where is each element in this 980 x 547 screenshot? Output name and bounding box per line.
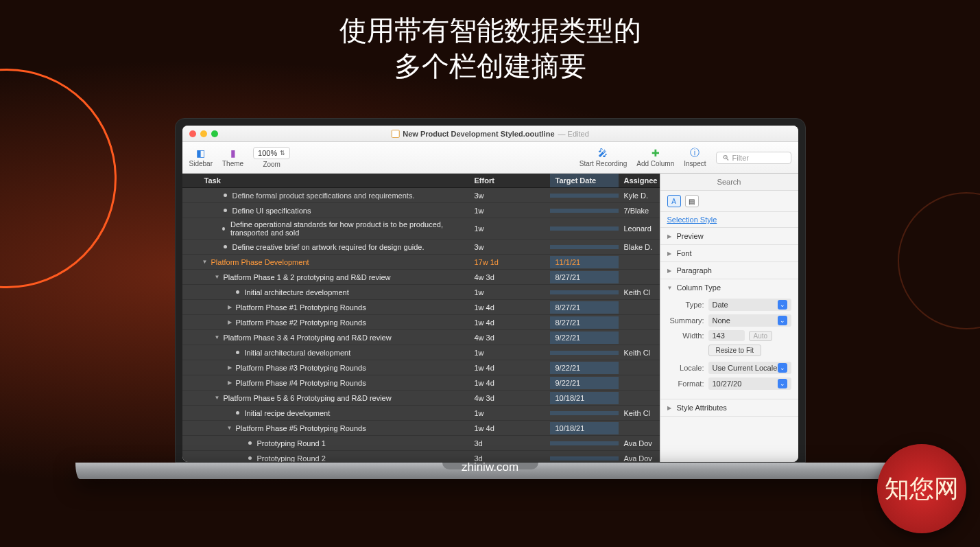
chevron-right-icon[interactable]: ▶ [226,380,233,386]
plus-icon: ✚ [649,148,662,159]
summary-select[interactable]: None⌄ [708,314,791,327]
info-icon: ⓘ [689,148,701,159]
outline-view[interactable]: Task Effort Target Date Assignee Define … [182,174,660,462]
outline-row[interactable]: Initial architectural development1wKeith… [182,345,660,360]
type-select[interactable]: Date⌄ [708,299,791,311]
selection-style-link[interactable]: Selection Style [660,212,798,228]
theme-label: Theme [222,160,243,167]
target-date-cell [550,226,619,231]
chevron-right-icon: ▶ [667,268,673,274]
inspect-button[interactable]: ⓘ Inspect [684,148,706,167]
task-text: Initial architectural development [245,349,351,357]
effort-cell: 1w [469,205,550,217]
section-paragraph[interactable]: ▶Paragraph [660,262,798,279]
effort-cell: 4w 3d [469,271,550,283]
outline-row[interactable]: Initial architecture development1wKeith … [182,285,660,300]
assignee-cell [619,336,660,340]
chevron-right-icon: ▶ [667,233,673,240]
outline-row[interactable]: Define UI specifications1w7/Blake [182,203,660,218]
outline-row[interactable]: Define creative brief on artwork require… [182,240,660,255]
task-text: Prototyping Round 1 [257,439,326,447]
inspector-tab-document[interactable]: ▤ [685,195,699,207]
outline-row[interactable]: Prototyping Round 23dAva Dov [182,451,660,462]
target-date-cell: 8/27/21 [550,271,619,283]
task-text: Platform Phase 3 & 4 Prototyping and R&D… [224,334,392,342]
zoom-button[interactable] [211,130,218,137]
chevron-updown-icon: ⌄ [778,300,787,310]
section-column-type[interactable]: ▼Column Type [660,279,798,296]
bullet-icon [224,209,227,212]
outline-row[interactable]: ▼Platform Phase #5 Prototyping Rounds1w … [182,421,660,436]
target-date-cell: 8/27/21 [550,316,619,329]
target-date-cell [550,290,619,294]
sidebar-button[interactable]: ◧ Sidebar [189,148,213,167]
resize-to-fit-button[interactable]: Resize to Fit [708,345,762,356]
outline-row[interactable]: ▶Platform Phase #2 Prototyping Rounds1w … [182,315,660,330]
zoom-control[interactable]: 100% ⇅ Zoom [253,147,290,168]
section-style-attributes[interactable]: ▶Style Attributes [660,399,798,416]
effort-cell: 1w 4d [469,422,550,434]
effort-cell: 17w 1d [469,256,550,268]
inspector-panel: Search A ▤ Selection Style ▶Preview ▶Fon… [660,174,798,462]
inspector-tab-style[interactable]: A [667,195,681,207]
chevron-right-icon[interactable]: ▶ [226,304,233,310]
zoom-label: Zoom [263,161,280,168]
header-effort[interactable]: Effort [469,174,550,187]
outline-row[interactable]: ▼Platform Phase 5 & 6 Prototyping and R&… [182,391,660,406]
chevron-down-icon[interactable]: ▼ [202,259,208,265]
header-task[interactable]: Task [182,174,469,187]
outline-row[interactable]: ▶Platform Phase #4 Prototyping Rounds1w … [182,375,660,391]
filter-input[interactable]: 🔍︎ Filter [716,152,791,164]
task-text: Define formal product specifications and… [232,191,415,200]
window-title: New Product Development Styled.ooutline [403,130,554,138]
format-select[interactable]: 10/27/20⌄ [708,377,791,390]
chevron-right-icon[interactable]: ▶ [226,319,233,325]
task-text: Initial architecture development [245,288,349,296]
chevron-right-icon[interactable]: ▶ [226,364,233,371]
target-date-cell: 10/18/21 [550,392,619,404]
outline-row[interactable]: ▶Platform Phase #1 Prototyping Rounds1w … [182,300,660,315]
start-recording-button[interactable]: 🎤︎ Start Recording [579,148,627,167]
chevron-down-icon[interactable]: ▼ [214,395,221,401]
task-text: Platform Phase #5 Prototyping Rounds [236,424,366,432]
outline-row[interactable]: Define operational standards for how pro… [182,218,660,240]
outline-row[interactable]: ▼Platform Phase Development17w 1d11/1/21 [182,255,660,270]
assignee-cell [619,275,660,279]
outline-row[interactable]: ▶Platform Phase #3 Prototyping Rounds1w … [182,360,660,375]
section-preview[interactable]: ▶Preview [660,228,798,244]
locale-select[interactable]: Use Current Locale⌄ [708,362,791,374]
headline-line1: 使用带有智能数据类型的 [339,12,641,48]
outline-row[interactable]: ▼Platform Phase 1 & 2 prototyping and R&… [182,270,660,285]
width-input[interactable]: 143 [708,330,745,341]
chevron-right-icon: ▶ [667,251,673,257]
target-date-cell: 9/22/21 [550,331,619,344]
section-font[interactable]: ▶Font [660,245,798,261]
assignee-cell: 7/Blake [619,205,660,217]
target-date-cell [550,209,619,213]
close-button[interactable] [189,130,196,137]
chevron-down-icon[interactable]: ▼ [226,425,233,431]
chevron-updown-icon: ⌄ [778,363,787,373]
outline-row[interactable]: Initial recipe development1wKeith Cl [182,406,660,421]
header-assignee[interactable]: Assignee [619,174,660,187]
inspect-label: Inspect [684,160,706,167]
outline-row[interactable]: Define formal product specifications and… [182,188,660,203]
assignee-cell [619,396,660,400]
minimize-button[interactable] [200,130,207,137]
assignee-cell: Keith Cl [619,347,660,359]
window-titlebar: New Product Development Styled.ooutline … [182,126,798,142]
toolbar: ◧ Sidebar ▮ Theme 100% ⇅ Zoom 🎤︎ [182,142,798,174]
add-column-button[interactable]: ✚ Add Column [636,148,674,167]
assignee-cell [619,321,660,325]
theme-button[interactable]: ▮ Theme [222,148,243,167]
outline-row[interactable]: ▼Platform Phase 3 & 4 Prototyping and R&… [182,330,660,345]
target-date-cell [550,194,619,198]
effort-cell: 1w 4d [469,301,550,314]
auto-button[interactable]: Auto [749,331,773,341]
task-text: Define creative brief on artwork require… [232,243,425,251]
headline-line2: 多个栏创建摘要 [339,48,641,84]
chevron-down-icon[interactable]: ▼ [214,334,221,340]
header-target-date[interactable]: Target Date [550,174,619,187]
outline-row[interactable]: Prototyping Round 13dAva Dov [182,436,660,451]
chevron-down-icon[interactable]: ▼ [214,274,221,280]
